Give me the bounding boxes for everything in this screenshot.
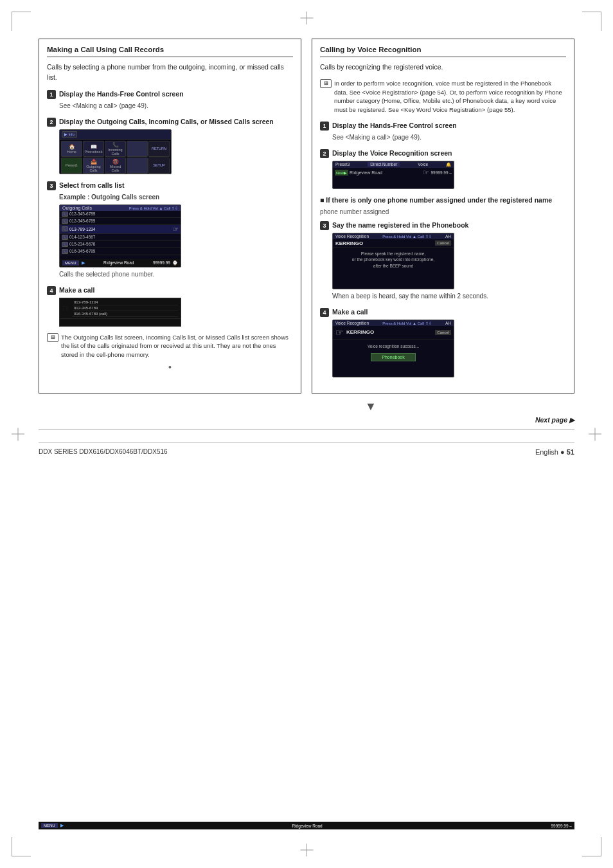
left-section: Making a Call Using Call Records Calls b… (39, 39, 301, 393)
vr3-screen: Voice Recognition Press & Hold Vol ▲ Cal… (332, 233, 454, 289)
os-row-3: 📞 013-789-1234 ☞ (60, 225, 181, 234)
note-icon-right: ⊞ (320, 79, 332, 88)
hfc-cell-missed: 📵 Missed Calls (105, 158, 126, 174)
divider-dot: • (47, 362, 293, 372)
note-box-right: ⊞ In order to perform voice recognition,… (320, 79, 566, 114)
right-section-title: Calling by Voice Recognition (320, 46, 566, 57)
right-step-4: 4 Make a call Voice Recognition Press & … (320, 307, 566, 377)
corner-mark-br (582, 837, 601, 856)
right-step-1-title: Display the Hands-Free Control screen (332, 121, 457, 131)
hfc-cell-home: 🏠 Home (61, 141, 82, 157)
left-step-2-num: 2 (47, 118, 56, 127)
left-step-4-title: Make a call (59, 285, 94, 295)
right-step-1-num: 1 (320, 122, 329, 131)
right-step-4-num: 4 (320, 308, 329, 317)
left-step-3-num: 3 (47, 181, 56, 190)
footer-divider (39, 429, 574, 429)
hfc-grid: 🏠 Home 📖 Phonebook 📞 Incoming Calls (60, 140, 171, 174)
os-row-icon-5: 📞 (62, 242, 68, 247)
os-row-6: 📞 016-345-6789 (60, 248, 181, 255)
outgoing-screen: Outgoing Calls Press & Hold Vol ▲ Call ⇧… (59, 204, 181, 267)
right-step-1: 1 Display the Hands-Free Control screen … (320, 121, 566, 142)
voice-rec-success-text: Voice recognition success... (337, 343, 450, 350)
hfc-screen: ▶ Info 🏠 Home 📖 Phonebook (59, 129, 172, 174)
os-row-icon-6: 📞 (62, 249, 68, 254)
right-section-desc: Calls by recognizing the registered voic… (320, 62, 566, 73)
makecall-screen-left: ☞ 013-789-1234 012-345-6789 016-345-6789… (59, 298, 181, 327)
center-cross-bottom (306, 844, 307, 856)
vr3-name-bar: KERRINGO Cancel (333, 239, 454, 248)
center-cross-left (12, 434, 24, 435)
hfc-cell-phonebook: 📖 Phonebook (83, 141, 104, 157)
right-step-3-title: Say the name registered in the Phonebook (332, 221, 468, 230)
vr-screen: Preset3 Direct Number Voice 🔔 New▶ Ridge… (332, 161, 454, 189)
right-step-2-num: 2 (320, 149, 329, 158)
hand-pointer-icon-right: ☞ (335, 327, 344, 338)
left-step-2: 2 Display the Outgoing Calls, Incoming C… (47, 117, 293, 174)
left-step-4-num: 4 (47, 286, 56, 295)
footer-series: DDX SERIES DDX616/DDX6046BT/DDX516 (39, 448, 168, 455)
left-step-1: 1 Display the Hands-Free Control screen … (47, 89, 293, 111)
next-page-text: Next page ▶ (535, 416, 574, 424)
left-step-1-title: Display the Hands-Free Control screen (59, 89, 184, 99)
page-number: 51 (567, 448, 574, 456)
down-arrow-container: ▼ (39, 400, 574, 413)
phonebook-label: Phonebook (371, 353, 415, 361)
center-cross-right (589, 434, 601, 435)
right-section: Calling by Voice Recognition Calls by re… (312, 39, 574, 393)
down-arrow-icon: ▼ (365, 400, 377, 413)
os-row-icon-3: 📞 (62, 226, 68, 231)
hfc-cell-return: RETURN (148, 141, 170, 157)
note-box-left: ⊞ The Outgoing Calls list screen, Incomi… (47, 333, 293, 359)
right-step-3-sub: When a beep is heard, say the name withi… (332, 292, 566, 301)
left-step-3: 3 Select from calls list Example : Outgo… (47, 181, 293, 279)
left-step-4: 4 Make a call ☞ 013-789-1234 012-345-678… (47, 285, 293, 327)
makecall4-screen: Voice Recognition Press & Hold Vol ▲ Cal… (332, 320, 454, 377)
makecall4-name-bar: ☞ KERRINGO Cancel (333, 326, 454, 339)
os-row-5: 📞 015-234-5678 (60, 241, 181, 248)
corner-mark-tr (582, 12, 601, 31)
vr-hand-icon: ☞ (423, 168, 429, 177)
hfc-cell-spacer2 (127, 158, 148, 174)
vr3-content: Please speak the registered name, or the… (333, 248, 454, 272)
hfc-top-bar: ▶ Info (60, 130, 171, 140)
left-section-title: Making a Call Using Call Records (47, 46, 293, 57)
os-row-icon-4: 📞 (62, 235, 68, 240)
page-footer: DDX SERIES DDX616/DDX6046BT/DDX516 Engli… (39, 442, 574, 456)
mcs-items: 013-789-1234 012-345-6789 016-345-6789 (… (73, 300, 178, 317)
mcs-item-3: 016-345-6789 (call) (73, 311, 178, 317)
left-step-3-title: Select from calls list (59, 181, 125, 190)
right-step-1-sub: See <Making a call> (page 49). (332, 133, 566, 142)
left-step-3-sub: Calls the selected phone number. (59, 270, 293, 279)
os-row-4: 📞 014-123-4567 (60, 234, 181, 241)
right-step-2: 2 Display the Voice Recognition screen P… (320, 149, 566, 189)
left-step-2-title: Display the Outgoing Calls, Incoming Cal… (59, 117, 274, 127)
os-row-icon-1: 📞 (62, 212, 68, 217)
corner-mark-tl (12, 12, 31, 31)
right-step-4-title: Make a call (332, 307, 368, 317)
hfc-cell-preset1: Preset1 (61, 158, 82, 174)
phone-number-assigned-note: phone number assigned (320, 208, 566, 217)
example-label: Example : Outgoing Calls screen (59, 193, 293, 202)
center-cross-top (306, 12, 307, 24)
left-step-1-num: 1 (47, 90, 56, 99)
next-page-container: Next page ▶ (39, 416, 574, 424)
hfc-cell-incoming: 📞 Incoming Calls (105, 141, 126, 157)
mcs-item-1: 013-789-1234 (73, 300, 178, 305)
mcs-row: ☞ 013-789-1234 012-345-6789 016-345-6789… (60, 298, 181, 319)
right-step-2-title: Display the Voice Recognition screen (332, 149, 452, 158)
makecall4-title-bar: Voice Recognition Press & Hold Vol ▲ Cal… (333, 320, 454, 326)
right-step-3-num: 3 (320, 221, 329, 230)
hfc-cell-setup: SETUP (148, 158, 170, 174)
os-row-2: 📞 012-345-6789 (60, 218, 181, 225)
note-text-right: In order to perform voice recognition, v… (334, 79, 566, 114)
os-bottom-bar: MENU ▶ Ridgeview Road 99999.99 ⌚ (60, 259, 181, 267)
footer-page: English ● 51 (535, 448, 574, 456)
right-step-3: 3 Say the name registered in the Phonebo… (320, 221, 566, 301)
hand-icon-3: ☞ (173, 226, 179, 233)
note-text-left: The Outgoing Calls list screen, Incoming… (61, 333, 293, 359)
hand-pointer-icon: ☞ (62, 303, 71, 313)
hfc-cell-spacer (127, 141, 148, 157)
vr-title-bar: Preset3 Direct Number Voice 🔔 (333, 161, 454, 168)
vr3-title-bar: Voice Recognition Press & Hold Vol ▲ Cal… (333, 233, 454, 239)
